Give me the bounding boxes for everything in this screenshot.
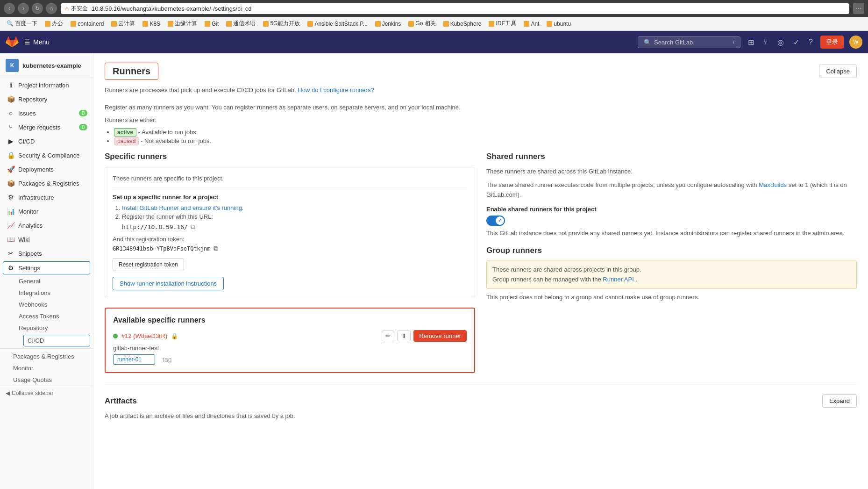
bookmark-git[interactable]: Git	[202, 20, 221, 28]
active-badge: active	[114, 128, 136, 137]
how-to-link[interactable]: How do I configure runners?	[298, 86, 374, 93]
bookmark-office[interactable]: 办公	[42, 19, 66, 29]
runner-api-link[interactable]: Runner API	[603, 276, 634, 283]
maxbuilds-link[interactable]: MaxBuilds	[759, 181, 787, 188]
search-placeholder: Search GitLab	[654, 39, 693, 46]
bookmark-ansible[interactable]: Ansible SaltStack P...	[305, 20, 370, 28]
collapse-sidebar-button[interactable]: ◀ Collapse sidebar	[0, 386, 93, 400]
bookmark-edge[interactable]: 边缘计算	[165, 19, 200, 29]
settings-subitem-packages-registries[interactable]: Packages & Registries	[0, 351, 93, 362]
settings-subitem-integrations[interactable]: Integrations	[13, 287, 93, 299]
sidebar-item-repository[interactable]: 📦 Repository	[0, 92, 93, 106]
issues-nav-button[interactable]: ◎	[776, 36, 786, 49]
sidebar-item-security[interactable]: 🔒 Security & Compliance	[0, 148, 93, 162]
register-button[interactable]: 登录	[820, 36, 844, 49]
shared-runners-toggle[interactable]: ✓	[486, 216, 505, 226]
sidebar-item-wiki[interactable]: 📖 Wiki	[0, 232, 93, 246]
reload-button[interactable]: ↻	[32, 3, 43, 14]
specific-runners-column: Specific runners These runners are speci…	[105, 152, 475, 373]
forward-button[interactable]: ›	[18, 3, 29, 14]
search-bar[interactable]: 🔍 Search GitLab /	[638, 36, 740, 48]
search-icon: 🔍	[644, 39, 651, 46]
snippets-icon: ✂	[7, 250, 14, 257]
runner-tags-row: tag	[113, 354, 467, 365]
screen-mode-button[interactable]: ⊞	[746, 36, 756, 49]
settings-subitem-access-tokens[interactable]: Access Tokens	[13, 310, 93, 322]
runner-tag-placeholder: tag	[163, 356, 171, 363]
sidebar-label-cicd: CI/CD	[18, 138, 35, 145]
bookmark-k8s[interactable]: K8S	[140, 20, 163, 28]
show-install-button[interactable]: Show runner installation instructions	[113, 277, 224, 290]
sidebar-item-project-information[interactable]: ℹ Project information	[0, 78, 93, 92]
copy-url-button[interactable]: ⧉	[191, 223, 195, 231]
edit-runner-button[interactable]: ✏	[382, 331, 394, 341]
menu-icon: ☰	[24, 38, 30, 46]
bookmark-jenkins[interactable]: Jenkins	[372, 20, 404, 28]
paused-badge-item: paused - Not available to run jobs.	[114, 137, 857, 144]
group-runners-title: Group runners	[486, 246, 857, 255]
lock-status: 不安全	[71, 5, 88, 13]
help-button[interactable]: ?	[807, 36, 815, 48]
collapse-button[interactable]: Collapse	[819, 65, 857, 78]
settings-subitem-cicd[interactable]: CI/CD	[23, 335, 90, 346]
bookmarks-bar: 🔍 百度一下 办公 containerd 云计算 K8S 边缘计算 Git 通信…	[0, 17, 868, 31]
sidebar-item-cicd[interactable]: ▶ CI/CD	[0, 134, 93, 148]
settings-subitem-webhooks[interactable]: Webhooks	[13, 299, 93, 310]
home-button[interactable]: ⌂	[46, 3, 57, 14]
runner-id-link[interactable]: #12 (W8aeD3rR)	[121, 332, 167, 339]
sidebar-project[interactable]: K kubernetes-example	[0, 53, 93, 78]
step1-link[interactable]: Install GitLab Runner and ensure it's ru…	[122, 204, 243, 211]
artifacts-expand-button[interactable]: Expand	[822, 394, 857, 408]
settings-subitem-general[interactable]: General	[13, 275, 93, 287]
enable-shared-label: Enable shared runners for this project	[486, 206, 857, 213]
sidebar-label-security: Security & Compliance	[18, 152, 80, 159]
bookmark-5g[interactable]: 5G能力开放	[260, 19, 303, 29]
sidebar-label-project-information: Project information	[18, 82, 69, 89]
settings-subitem-repository[interactable]: Repository	[13, 322, 93, 334]
shared-desc1: These runners are shared across this Git…	[486, 167, 857, 177]
sidebar-item-settings[interactable]: ⚙ Settings	[3, 261, 90, 274]
merge-requests-nav-button[interactable]: ⑂	[761, 36, 770, 48]
paused-desc: - Not available to run jobs.	[141, 137, 211, 144]
specific-box: These runners are specific to this proje…	[105, 167, 475, 298]
bookmark-containerd[interactable]: containerd	[68, 20, 107, 28]
project-name: kubernetes-example	[22, 62, 81, 69]
bookmark-ubuntu[interactable]: ubuntu	[544, 20, 574, 28]
bookmark-baidu[interactable]: 🔍 百度一下	[4, 19, 40, 29]
menu-button[interactable]: ☰ Menu	[24, 38, 50, 46]
user-avatar[interactable]: W	[849, 36, 862, 49]
sidebar-item-issues[interactable]: ○ Issues 0	[0, 106, 93, 120]
bookmark-kubesphere[interactable]: KubeSphere	[441, 20, 484, 28]
sidebar-item-merge-requests[interactable]: ⑂ Merge requests 0	[0, 120, 93, 134]
bookmark-go[interactable]: Go 相关	[406, 19, 438, 29]
settings-subitem-usage-quotas[interactable]: Usage Quotas	[0, 374, 93, 386]
pause-runner-button[interactable]: ⏸	[397, 331, 411, 341]
sidebar-item-infrastructure[interactable]: ⚙ Infrastructure	[0, 190, 93, 204]
bookmark-telecom[interactable]: 通信术语	[223, 19, 258, 29]
sidebar-item-snippets[interactable]: ✂ Snippets	[0, 246, 93, 260]
remove-runner-button[interactable]: Remove runner	[413, 330, 467, 342]
registration-token: GR1348941bsb-YTpBVaFseTQtkjnm	[113, 245, 211, 252]
shared-desc2: The same shared runner executes code fro…	[486, 180, 857, 200]
bookmark-ide[interactable]: IDE工具	[486, 19, 519, 29]
sidebar-item-packages[interactable]: 📦 Packages & Registries	[0, 176, 93, 190]
sidebar-item-monitor[interactable]: 📊 Monitor	[0, 204, 93, 218]
bookmark-ant[interactable]: Ant	[521, 20, 542, 28]
settings-subitem-monitor-bottom[interactable]: Monitor	[0, 362, 93, 374]
setup-title: Set up a specific runner for a project	[113, 194, 467, 201]
settings-icon: ⚙	[7, 264, 14, 272]
todos-button[interactable]: ✓	[791, 36, 801, 49]
runner-status-dot	[113, 334, 118, 338]
copy-token-button[interactable]: ⧉	[213, 244, 218, 252]
sidebar-item-deployments[interactable]: 🚀 Deployments	[0, 162, 93, 176]
extensions-button[interactable]: ⋯	[853, 3, 864, 14]
bookmark-cloud[interactable]: 云计算	[108, 19, 138, 29]
runner-badges-list: active - Available to run jobs. paused -…	[114, 129, 857, 144]
reset-token-button[interactable]: Reset registration token	[113, 258, 184, 271]
collapse-icon: ◀	[6, 390, 10, 396]
sidebar-item-analytics[interactable]: 📈 Analytics	[0, 218, 93, 232]
analytics-icon: 📈	[7, 222, 14, 229]
runner-tag-input[interactable]	[113, 354, 155, 365]
back-button[interactable]: ‹	[4, 3, 15, 14]
url-bar[interactable]: ⚠ 不安全 10.8.59.16/wuchangtai/kubernetes-e…	[61, 3, 849, 14]
